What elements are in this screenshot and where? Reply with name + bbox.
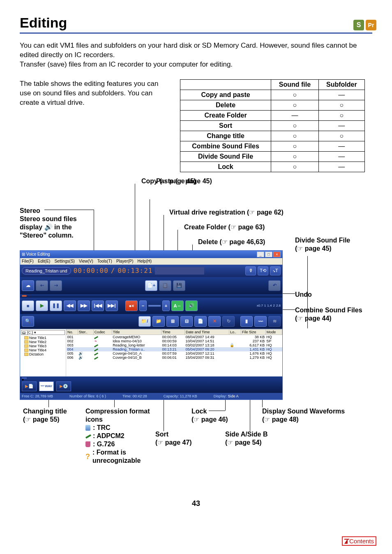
table-description: The table shows the editing features you… <box>20 79 168 172</box>
repeat-ab-button[interactable]: A↔ <box>171 300 184 311</box>
waveform-mini <box>155 267 204 275</box>
callout-display-waveform: Display Sound Waveforms ( page 48) <box>262 407 365 424</box>
elapsed-time: 00:00:00 <box>74 267 108 275</box>
total-time: 00:13:21 <box>118 267 152 275</box>
intro-paragraph-1: You can edit VM1 files and subfolders on… <box>20 41 372 60</box>
menu-player[interactable]: Player(P) <box>116 259 134 263</box>
export-position: ▾ <box>22 377 27 379</box>
trc-icon <box>85 425 90 431</box>
paste-button[interactable]: 📋 <box>159 280 171 291</box>
feat-change-title: Change title <box>180 131 271 141</box>
title-rule <box>20 32 372 34</box>
feat-sort: Sort <box>180 120 271 131</box>
format-vm1-button[interactable]: ▶📄 <box>22 381 37 391</box>
g726-icon <box>85 441 90 447</box>
position-slider[interactable] <box>22 295 27 297</box>
record-button[interactable]: ●× <box>125 300 138 311</box>
callout-divide: Divide Sound File ( page 45) <box>295 236 369 253</box>
divide-button[interactable]: ⊟ <box>180 316 193 327</box>
play-button[interactable]: ▶ <box>36 300 48 311</box>
back-icon <box>344 539 348 544</box>
folder-button[interactable]: 📁/ <box>138 316 151 327</box>
search-button[interactable]: 🔍 <box>22 316 34 327</box>
vol-slider[interactable] <box>148 305 161 307</box>
minus-button[interactable]: − <box>139 300 147 311</box>
callout-sort: Sort ( page 47) <box>155 430 205 447</box>
text-button[interactable]: T⟲ <box>258 266 268 275</box>
callout-change-title: Changing title ( page 55) <box>23 407 85 424</box>
rewind-button[interactable]: ◀◀ <box>64 300 76 311</box>
feat-combine: Combine Sound Files <box>180 141 271 151</box>
col-subfolder: Subfolder <box>318 79 364 90</box>
feat-create-folder: Create Folder <box>180 110 271 120</box>
transfer-left-button[interactable]: ⇠ <box>36 280 48 291</box>
lock-button[interactable]: 📄 <box>194 316 207 327</box>
refresh-button[interactable]: ↻ <box>222 316 235 327</box>
current-file-name: Reading_Tristan und <box>22 267 71 275</box>
plus-button[interactable]: + <box>162 300 170 311</box>
next-button[interactable]: ▶▶| <box>106 300 118 311</box>
extra-button[interactable]: ≋ <box>268 316 281 327</box>
file-list[interactable]: No. Ster.. Codec Title Time Date and Tim… <box>66 329 282 376</box>
stereo-speaker-icon: 🔊 <box>44 224 53 231</box>
badge-pro: Pr <box>366 20 376 30</box>
combine-button[interactable]: ⊞ <box>166 316 179 327</box>
feat-delete: Delete <box>180 100 271 110</box>
feat-divide: Divide Sound File <box>180 151 271 162</box>
minimize-button[interactable]: _ <box>257 252 264 257</box>
transfer-right-button[interactable]: ⇢ <box>50 280 62 291</box>
callout-undo: Undo <box>295 291 312 299</box>
voice-mode-button[interactable]: 🎙 <box>245 266 256 275</box>
window-title: Voice Editing <box>26 252 50 256</box>
intro-paragraph-2: Transfer (save) files from an IC recorde… <box>20 60 372 69</box>
new-folder-button[interactable]: 📁 <box>152 316 165 327</box>
prev-button[interactable]: |◀◀ <box>92 300 104 311</box>
col-sound-file: Sound file <box>271 79 319 90</box>
pause-button[interactable]: ❚❚ <box>50 300 62 311</box>
undo-button[interactable]: ↶ <box>268 280 281 291</box>
menu-tools[interactable]: Tools(T) <box>97 259 112 263</box>
menu-bar: File(F) Edit(E) Settings(S) View(V) Tool… <box>20 258 282 265</box>
waveform-button[interactable]: 〰 <box>254 316 267 327</box>
format-cd-button[interactable]: ▶💿 <box>56 381 71 391</box>
folder-tree[interactable]: 🖴 (C:) ▾ New Title1 New Title2 New Title… <box>20 329 66 376</box>
maximize-button[interactable]: □ <box>265 252 272 257</box>
menu-view[interactable]: View(V) <box>79 259 93 263</box>
close-button[interactable]: × <box>273 252 281 257</box>
callout-virtual-drive: Virtual drive registration ( page 62) <box>169 208 284 217</box>
contents-link[interactable]: Contents <box>342 536 376 546</box>
editing-features-table: Sound file Subfolder Copy and paste○— De… <box>180 79 365 172</box>
page-number: 43 <box>20 499 372 508</box>
callout-side: Side A/Side B ( page 54) <box>225 430 287 447</box>
menu-help[interactable]: Help(H) <box>138 259 152 263</box>
callout-create-folder: Create Folder ( page 63) <box>184 223 265 231</box>
menu-file[interactable]: File(F) <box>22 259 34 263</box>
feat-lock: Lock <box>180 162 271 172</box>
fastfwd-button[interactable]: ▶▶ <box>78 300 90 311</box>
callout-paste: Paste ( page 45) <box>156 177 212 185</box>
drive-button[interactable]: 💾 <box>173 280 185 291</box>
cloud-button[interactable]: ☁ <box>22 280 34 291</box>
page-title: Editing <box>20 15 372 31</box>
unknown-format-icon: ? <box>85 452 90 462</box>
callout-lock: Lock ( page 46) <box>191 407 249 424</box>
copy-button[interactable]: 📄+ <box>145 280 157 291</box>
callout-stereo: Stereo Stereo sound files display 🔊 in t… <box>20 207 94 240</box>
delete-btn[interactable]: ✕ <box>208 316 221 327</box>
menu-settings[interactable]: Settings(S) <box>54 259 74 263</box>
status-bar: Free C: 28,789 MB Number of files: 6 ( 6… <box>20 393 282 399</box>
voice-editing-window: ⊞ Voice Editing _ □ × File(F) Edit(E) Se… <box>20 250 283 400</box>
format-wav-button[interactable]: 〰 WAV <box>39 381 54 391</box>
menu-edit[interactable]: Edit(E) <box>38 259 51 263</box>
speaker-button[interactable]: 🔊 <box>185 300 198 311</box>
side-button[interactable]: ▮ <box>240 316 253 327</box>
callout-delete: Delete ( page 46,63) <box>198 238 265 246</box>
adpcm-icon <box>85 434 91 439</box>
callout-combine: Combine Sound Files ( page 44) <box>295 306 369 323</box>
transcribe-button[interactable]: ↘T <box>270 266 281 275</box>
stop-button[interactable]: ■ <box>22 300 34 311</box>
feat-copy-paste: Copy and paste <box>180 90 271 100</box>
badge-standard: S <box>353 20 364 30</box>
